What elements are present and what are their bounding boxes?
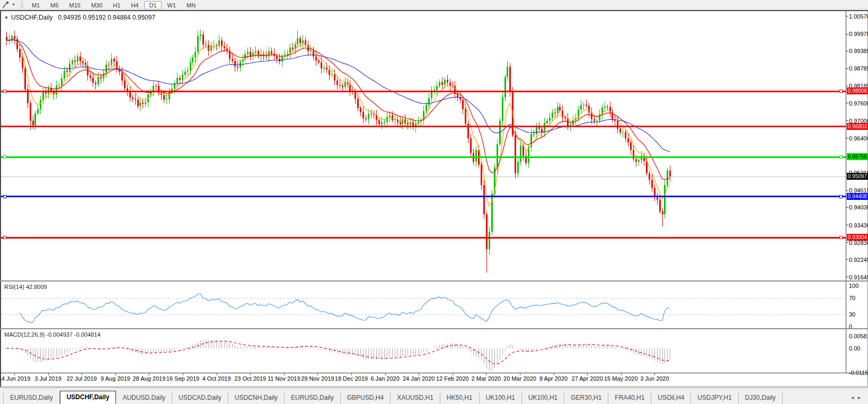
tab-scroll-left-icon[interactable]: ◄	[850, 395, 857, 400]
price-axis-badge: 0.98008	[847, 87, 868, 94]
line-handle-right[interactable]	[839, 90, 843, 93]
price-axis-badge: 0.95758	[847, 153, 868, 160]
chart-tab-uk100-h1[interactable]: UK100,H1	[522, 392, 564, 404]
line-handle-right[interactable]	[839, 236, 843, 239]
price-tick-label: 0.99385	[849, 48, 868, 54]
main-rsi-splitter[interactable]	[0, 280, 868, 282]
time-axis-label: 9 Aug 2019	[101, 375, 130, 382]
chart-tab-usoil-h4[interactable]: USOil,H4	[651, 392, 691, 404]
chart-tab-usdcad-daily[interactable]: USDCAD,Daily	[172, 392, 228, 404]
timeframe-button-m5[interactable]: M5	[46, 1, 63, 10]
timeframe-toolbar: ▼ M1M5M15M30H1H4D1W1MN	[0, 0, 868, 10]
price-tick-label: 0.98785	[849, 65, 868, 72]
chart-tab-usdcnh-daily[interactable]: USDCNH,Daily	[228, 392, 285, 404]
timeframe-button-h1[interactable]: H1	[108, 1, 125, 10]
price-tick-label: 0.99970	[849, 31, 868, 37]
macd-bottom-frame	[0, 373, 868, 373]
price-tick-mark	[846, 190, 848, 191]
trend-horizontal-line[interactable]	[1, 91, 846, 92]
timeframe-button-m1[interactable]: M1	[27, 1, 45, 10]
price-tick-label: 0.94030	[849, 204, 868, 210]
price-tick-mark	[846, 51, 848, 51]
window-bottom-edge	[0, 387, 868, 387]
price-tick-label: 0.92245	[849, 257, 868, 263]
chart-tab-uk100-h1[interactable]: UK100,H1	[480, 392, 522, 404]
trend-horizontal-line[interactable]	[1, 196, 846, 197]
chart-tab-ger30-h1[interactable]: GER30,H1	[564, 392, 608, 404]
line-handle-left[interactable]	[3, 90, 6, 93]
price-tick-label: 0.93430	[849, 222, 868, 229]
chart-tab-audusd-daily[interactable]: AUDUSD,Daily	[116, 392, 172, 404]
line-handle-left[interactable]	[3, 155, 6, 159]
chart-tab-fra40-h1[interactable]: FRA40,H1	[608, 392, 651, 404]
price-tick-mark	[846, 259, 848, 260]
trend-horizontal-line[interactable]	[1, 126, 846, 127]
tool-dropdown-caret-icon[interactable]: ▼	[12, 3, 15, 6]
time-axis-label: 15 May 2020	[604, 375, 638, 382]
price-axis-divider	[846, 11, 846, 373]
macd-label: MACD(12,26,9) -0.004937 -0.004814	[4, 331, 101, 338]
toolbar-grip[interactable]	[21, 1, 23, 8]
time-axis-label: 20 Mar 2020	[503, 375, 536, 382]
timeframe-button-w1[interactable]: W1	[163, 1, 181, 10]
trend-horizontal-line[interactable]	[1, 237, 846, 239]
time-axis-label: 14 Jun 2019	[0, 375, 30, 382]
chart-title: ▼USDCHF,Daily0.94935 0.95192 0.94884 0.9…	[4, 14, 155, 21]
price-tick-label: 0.97600	[849, 100, 868, 107]
price-tick-mark	[846, 277, 848, 277]
tab-scroll-right-icon[interactable]: ►	[857, 395, 864, 400]
price-tick-mark	[846, 225, 848, 225]
mt4-application: ▼ M1M5M15M30H1H4D1W1MN ▼USDCHF,Daily0.94…	[0, 0, 868, 404]
current-price-line	[1, 177, 846, 177]
line-handle-right[interactable]	[839, 195, 843, 198]
timeframe-button-m30[interactable]: M30	[86, 1, 107, 10]
price-tick-label: 1.00570	[849, 13, 868, 20]
collapse-triangle-icon[interactable]: ▼	[4, 15, 8, 20]
drawing-cursor-icon[interactable]	[2, 1, 11, 8]
chart-window[interactable]	[0, 10, 868, 387]
chart-tab-bar: EURUSD,DailyUSDCHF,DailyAUDUSD,DailyUSDC…	[0, 388, 868, 404]
line-handle-left[interactable]	[3, 236, 6, 239]
time-axis-label: 6 Jan 2020	[370, 375, 399, 382]
timeframe-button-mn[interactable]: MN	[182, 1, 200, 10]
chart-tab-eurusd-daily[interactable]: EURUSD,Daily	[285, 392, 341, 404]
time-axis-label: 2 Mar 2020	[472, 375, 501, 382]
time-axis-label: 3 Jun 2020	[640, 375, 669, 382]
timeframe-button-h4[interactable]: H4	[126, 1, 143, 10]
chart-tab-hk50-h1[interactable]: HK50,H1	[440, 392, 480, 404]
timeframe-button-m15[interactable]: M15	[65, 1, 85, 10]
rsi-macd-splitter[interactable]	[0, 328, 868, 329]
chart-ohlc-values: 0.94935 0.95192 0.94884 0.95097	[58, 14, 156, 21]
chart-tab-gbpusd-h4[interactable]: GBPUSD,H4	[341, 392, 391, 404]
macd-axis-label: 0.00	[849, 345, 860, 352]
price-tick-mark	[846, 68, 848, 69]
price-tick-mark	[846, 16, 848, 16]
time-axis-label: 16 Sep 2019	[166, 375, 199, 382]
price-axis-badge: 0.95097	[847, 173, 868, 180]
macd-axis-label: 0.005818	[849, 333, 868, 339]
timeframe-button-d1[interactable]: D1	[144, 1, 161, 10]
time-axis-label: 22 Jul 2019	[67, 375, 97, 382]
chart-tab-eurusd-daily[interactable]: EURUSD,Daily	[3, 392, 60, 404]
chart-symbol-label: USDCHF,Daily	[11, 14, 53, 21]
price-tick-label: 0.91645	[849, 274, 868, 280]
time-axis-label: 18 Dec 2019	[335, 375, 368, 382]
time-axis-label: 27 Apr 2020	[572, 375, 603, 382]
rsi-axis-label: 30	[849, 311, 855, 318]
timeframe-buttons: M1M5M15M30H1H4D1W1MN	[26, 0, 201, 10]
price-axis-badge: 0.94408	[847, 193, 868, 200]
time-axis-label: 23 Oct 2019	[234, 375, 266, 382]
line-handle-left[interactable]	[3, 195, 6, 198]
rsi-label: RSI(14) 42.8009	[4, 284, 47, 290]
price-tick-mark	[846, 207, 848, 208]
time-axis-label: 28 Aug 2019	[132, 375, 165, 382]
chart-tab-xauusd-h1[interactable]: XAUUSD,H1	[391, 392, 440, 404]
chart-tab-usdchf-daily[interactable]: USDCHF,Daily	[60, 391, 117, 404]
time-axis-label: 11 Nov 2019	[268, 375, 300, 382]
line-handle-right[interactable]	[839, 155, 843, 159]
price-tick-label: 0.96400	[849, 135, 868, 142]
trend-horizontal-line[interactable]	[1, 156, 846, 158]
chart-tab-usdjpy-h1[interactable]: USDJPY,H1	[691, 392, 738, 404]
price-tick-mark	[846, 86, 848, 86]
chart-tab-dj30-daily[interactable]: DJ30,Daily	[739, 392, 783, 404]
